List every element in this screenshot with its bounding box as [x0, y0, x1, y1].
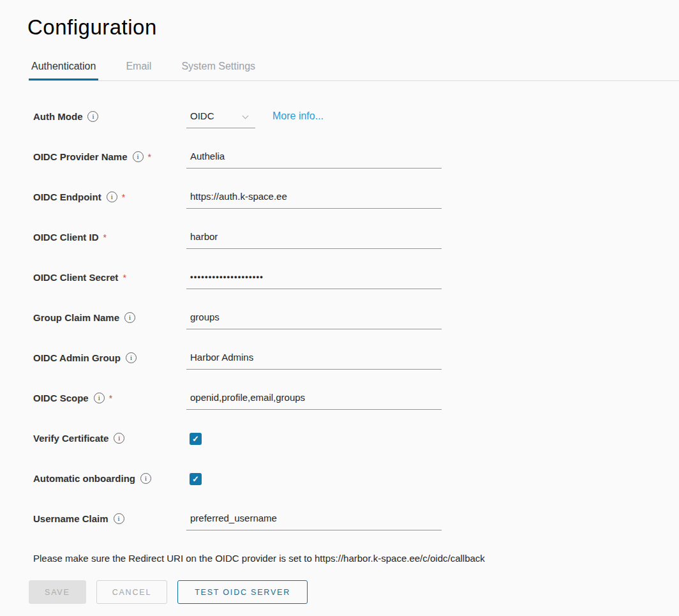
field-label: Group Claim Name	[33, 312, 119, 324]
field-row-group-claim-name: Group Claim Nameigroups	[33, 312, 679, 329]
selected-value: OIDC	[190, 110, 214, 122]
field-label-group-automatic-onboarding: Automatic onboardingi	[33, 472, 186, 485]
field-value-group-username-claim: preferred_username	[186, 513, 442, 530]
field-value-group-oidc-client-secret: ••••••••••••••••••••	[186, 271, 442, 289]
field-row-oidc-admin-group: OIDC Admin GroupiHarbor Admins	[33, 352, 679, 370]
auth-mode-select[interactable]: OIDC	[186, 110, 255, 128]
field-label-group-oidc-client-secret: OIDC Client Secret*	[33, 271, 186, 283]
field-label-group-oidc-admin-group: OIDC Admin Groupi	[33, 352, 186, 364]
field-row-oidc-endpoint: OIDC Endpointi*https://auth.k-space.ee	[33, 191, 679, 209]
username-claim-input[interactable]: preferred_username	[186, 513, 442, 530]
info-icon[interactable]: i	[107, 192, 117, 202]
field-label-group-verify-certificate: Verify Certificatei	[33, 432, 186, 444]
save-button: SAVE	[29, 580, 86, 604]
oidc-client-secret-input[interactable]: ••••••••••••••••••••	[186, 271, 442, 289]
field-row-oidc-scope: OIDC Scopei*openid,profile,email,groups	[33, 392, 679, 410]
cancel-button[interactable]: CANCEL	[96, 580, 168, 604]
field-value-group-verify-certificate: ✓	[186, 432, 202, 445]
info-icon[interactable]: i	[126, 352, 137, 363]
field-row-verify-certificate: Verify Certificatei✓	[33, 432, 679, 450]
required-asterisk: *	[103, 232, 107, 242]
field-label: OIDC Endpoint	[33, 192, 101, 203]
tab-email[interactable]: Email	[123, 57, 154, 80]
field-row-oidc-client-id: OIDC Client ID*harbor	[33, 231, 679, 249]
field-label: OIDC Client Secret	[33, 272, 118, 283]
chevron-down-icon	[243, 112, 249, 119]
page-title: Configuration	[27, 15, 679, 40]
field-row-auth-mode: Auth ModeiOIDCMore info...	[33, 110, 679, 128]
redirect-uri-notice: Please make sure the Redirect URI on the…	[33, 553, 679, 564]
info-icon[interactable]: i	[87, 111, 98, 122]
field-value-group-oidc-client-id: harbor	[186, 231, 442, 249]
required-asterisk: *	[148, 151, 151, 162]
field-label-group-auth-mode: Auth Modei	[33, 110, 186, 123]
more-info-link[interactable]: More info...	[272, 110, 324, 122]
required-asterisk: *	[122, 192, 125, 202]
test-oidc-server-button[interactable]: TEST OIDC SERVER	[177, 580, 308, 604]
info-icon[interactable]: i	[133, 151, 144, 162]
tab-bar: AuthenticationEmailSystem Settings	[29, 57, 679, 81]
oidc-provider-name-input[interactable]: Authelia	[186, 151, 442, 169]
verify-certificate-checkbox[interactable]: ✓	[190, 433, 202, 445]
field-value-group-oidc-scope: openid,profile,email,groups	[186, 392, 442, 410]
field-value-group-auth-mode: OIDCMore info...	[186, 110, 324, 128]
field-label: OIDC Scope	[33, 393, 89, 404]
field-value-group-group-claim-name: groups	[186, 312, 442, 329]
field-value-group-oidc-admin-group: Harbor Admins	[186, 352, 442, 370]
configuration-page: Configuration AuthenticationEmailSystem …	[0, 15, 679, 604]
field-label: OIDC Client ID	[33, 232, 99, 243]
field-value-group-oidc-provider-name: Authelia	[186, 151, 442, 169]
required-asterisk: *	[109, 393, 112, 403]
info-icon[interactable]: i	[140, 473, 151, 484]
group-claim-name-input[interactable]: groups	[186, 312, 442, 329]
field-label: Username Claim	[33, 513, 108, 525]
field-label-group-oidc-client-id: OIDC Client ID*	[33, 231, 186, 243]
field-label: Automatic onboarding	[33, 473, 135, 485]
field-value-group-oidc-endpoint: https://auth.k-space.ee	[186, 191, 442, 209]
field-value-group-automatic-onboarding: ✓	[186, 472, 202, 485]
field-label: OIDC Provider Name	[33, 151, 128, 163]
field-label-group-group-claim-name: Group Claim Namei	[33, 312, 186, 324]
check-icon: ✓	[192, 475, 199, 483]
info-icon[interactable]: i	[94, 393, 105, 403]
tab-system-settings[interactable]: System Settings	[179, 57, 258, 80]
info-icon[interactable]: i	[114, 433, 124, 444]
automatic-onboarding-checkbox[interactable]: ✓	[190, 473, 202, 485]
auth-settings-form: Auth ModeiOIDCMore info...OIDC Provider …	[33, 110, 679, 530]
oidc-client-id-input[interactable]: harbor	[186, 231, 442, 249]
field-label-group-oidc-endpoint: OIDC Endpointi*	[33, 191, 186, 203]
required-asterisk: *	[123, 272, 126, 282]
form-actions: SAVECANCELTEST OIDC SERVER	[29, 580, 679, 604]
oidc-admin-group-input[interactable]: Harbor Admins	[186, 352, 442, 370]
field-row-username-claim: Username Claimipreferred_username	[33, 513, 679, 530]
field-label: Auth Mode	[33, 111, 82, 123]
field-label-group-oidc-scope: OIDC Scopei*	[33, 392, 186, 404]
tab-authentication[interactable]: Authentication	[29, 57, 98, 80]
field-label: Verify Certificate	[33, 433, 108, 444]
field-label: OIDC Admin Group	[33, 352, 121, 364]
check-icon: ✓	[192, 435, 199, 443]
field-row-oidc-client-secret: OIDC Client Secret*••••••••••••••••••••	[33, 271, 679, 289]
field-row-oidc-provider-name: OIDC Provider Namei*Authelia	[33, 151, 679, 169]
oidc-endpoint-input[interactable]: https://auth.k-space.ee	[186, 191, 442, 209]
oidc-scope-input[interactable]: openid,profile,email,groups	[186, 392, 442, 410]
field-row-automatic-onboarding: Automatic onboardingi✓	[33, 472, 679, 490]
field-label-group-username-claim: Username Claimi	[33, 513, 186, 525]
field-label-group-oidc-provider-name: OIDC Provider Namei*	[33, 151, 186, 163]
info-icon[interactable]: i	[124, 312, 135, 323]
info-icon[interactable]: i	[114, 513, 124, 524]
